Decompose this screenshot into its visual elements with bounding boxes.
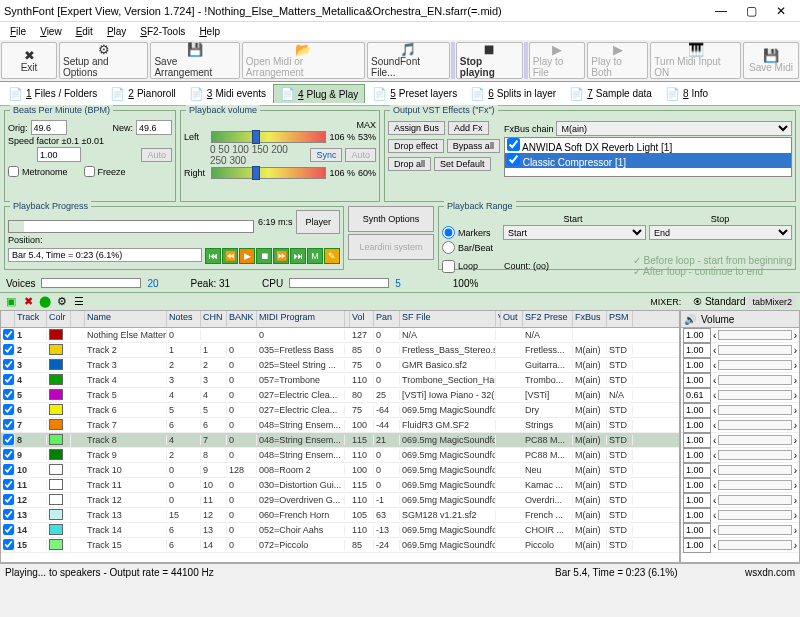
- leardini[interactable]: Leardini system: [348, 234, 434, 260]
- tb-exit[interactable]: ✖Exit: [1, 42, 57, 79]
- edit-icon[interactable]: ✎: [324, 248, 340, 264]
- tb-setup-and-options[interactable]: ⚙Setup and Options: [59, 42, 148, 79]
- table-row[interactable]: 12 Track 12 0 11 0 029=Overdriven G... 1…: [1, 493, 679, 508]
- fx-item[interactable]: Classic Compressor [1]: [505, 153, 791, 168]
- left-volume-slider[interactable]: [211, 131, 326, 143]
- fwd-icon[interactable]: ⏩: [273, 248, 289, 264]
- mix-slider[interactable]: [718, 525, 791, 535]
- table-row[interactable]: 8 Track 8 4 7 0 048=String Ensem... 115 …: [1, 433, 679, 448]
- markers-radio[interactable]: [442, 226, 455, 239]
- col-header[interactable]: Pan: [374, 311, 400, 327]
- bypass-all[interactable]: Bypass all: [447, 139, 500, 153]
- tab-pianoroll[interactable]: 📄2 Pianoroll: [104, 85, 181, 103]
- progress-bar[interactable]: [8, 220, 254, 233]
- drop-effect[interactable]: Drop effect: [388, 139, 444, 153]
- mix-value[interactable]: [683, 523, 711, 538]
- mix-value[interactable]: [683, 448, 711, 463]
- tb-soundfont-file-[interactable]: 🎵SoundFont File...: [367, 42, 450, 79]
- tb-stop-playing[interactable]: ⏹Stop playing: [456, 42, 523, 79]
- end-icon[interactable]: ⏭: [290, 248, 306, 264]
- table-row[interactable]: 6 Track 6 5 5 0 027=Electric Clea... 75 …: [1, 403, 679, 418]
- circle-icon[interactable]: ⬤: [38, 295, 52, 309]
- tab-splits-in-layer[interactable]: 📄6 Splits in layer: [464, 85, 562, 103]
- back-icon[interactable]: ⏪: [222, 248, 238, 264]
- rewind-icon[interactable]: ⏮: [205, 248, 221, 264]
- col-header[interactable]: Track: [15, 311, 47, 327]
- mix-value[interactable]: [683, 418, 711, 433]
- tab-preset-layers[interactable]: 📄5 Preset layers: [366, 85, 463, 103]
- table-row[interactable]: 10 Track 10 0 9 128 008=Room 2 100 0 069…: [1, 463, 679, 478]
- col-header[interactable]: Notes: [167, 311, 201, 327]
- table-row[interactable]: 13 Track 13 15 12 0 060=French Horn 105 …: [1, 508, 679, 523]
- metronome-check[interactable]: [8, 166, 19, 177]
- mix-value[interactable]: [683, 478, 711, 493]
- marker-icon[interactable]: M: [307, 248, 323, 264]
- mix-slider[interactable]: [718, 330, 791, 340]
- table-row[interactable]: 4 Track 4 3 3 0 057=Trombone 110 0 Tromb…: [1, 373, 679, 388]
- fx-item[interactable]: ANWIDA Soft DX Reverb Light [1]: [505, 138, 791, 153]
- mix-slider[interactable]: [718, 495, 791, 505]
- assign-bus[interactable]: Assign Bus: [388, 121, 445, 135]
- col-header[interactable]: BANK: [227, 311, 257, 327]
- menu-sf2-tools[interactable]: SF2-Tools: [134, 25, 191, 38]
- menu-view[interactable]: View: [34, 25, 68, 38]
- col-header[interactable]: Vol: [350, 311, 374, 327]
- play-icon[interactable]: ▶: [239, 248, 255, 264]
- mix-slider[interactable]: [718, 390, 791, 400]
- mix-slider[interactable]: [718, 480, 791, 490]
- bpm-auto[interactable]: Auto: [141, 148, 172, 162]
- table-row[interactable]: 14 Track 14 6 13 0 052=Choir Aahs 110 -1…: [1, 523, 679, 538]
- mix-slider[interactable]: [718, 345, 791, 355]
- add-fx[interactable]: Add Fx: [448, 121, 489, 135]
- mix-slider[interactable]: [718, 420, 791, 430]
- table-row[interactable]: 1 Nothing Else Matters - 0 0 127 0 N/A N…: [1, 328, 679, 343]
- drop-all[interactable]: Drop all: [388, 157, 431, 171]
- mix-slider[interactable]: [718, 435, 791, 445]
- tab-files-folders[interactable]: 📄1 Files / Folders: [2, 85, 103, 103]
- start-select[interactable]: Start: [503, 225, 646, 240]
- mix-value[interactable]: [683, 343, 711, 358]
- mix-slider[interactable]: [718, 375, 791, 385]
- mix-value[interactable]: [683, 403, 711, 418]
- fxbus-chain[interactable]: M(ain): [556, 121, 792, 136]
- mix-value[interactable]: [683, 388, 711, 403]
- vol-auto[interactable]: Auto: [345, 148, 376, 162]
- stop-icon[interactable]: ⏹: [256, 248, 272, 264]
- x-icon[interactable]: ✖: [21, 295, 35, 309]
- bpm-orig[interactable]: [31, 120, 67, 135]
- col-header[interactable]: CHN: [201, 311, 227, 327]
- col-header[interactable]: Name: [85, 311, 167, 327]
- mix-slider[interactable]: [718, 360, 791, 370]
- tab-sample-data[interactable]: 📄7 Sample data: [563, 85, 658, 103]
- mix-value[interactable]: [683, 538, 711, 553]
- menu-edit[interactable]: Edit: [70, 25, 99, 38]
- table-row[interactable]: 15 Track 15 6 14 0 072=Piccolo 85 -24 06…: [1, 538, 679, 553]
- mix-slider[interactable]: [718, 540, 791, 550]
- menu-play[interactable]: Play: [101, 25, 132, 38]
- bpm-new[interactable]: [136, 120, 172, 135]
- col-header[interactable]: Out: [501, 311, 523, 327]
- mix-value[interactable]: [683, 493, 711, 508]
- mix-slider[interactable]: [718, 450, 791, 460]
- mix-slider[interactable]: [718, 465, 791, 475]
- table-row[interactable]: 9 Track 9 2 8 0 048=String Ensem... 110 …: [1, 448, 679, 463]
- barbeat-radio[interactable]: [442, 241, 455, 254]
- tab-midi-events[interactable]: 📄3 Midi events: [183, 85, 272, 103]
- col-header[interactable]: SF File: [400, 311, 496, 327]
- mix-value[interactable]: [683, 373, 711, 388]
- mix-slider[interactable]: [718, 405, 791, 415]
- fx-list[interactable]: ANWIDA Soft DX Reverb Light [1] Classic …: [504, 137, 792, 177]
- loop-check[interactable]: [442, 260, 455, 273]
- table-row[interactable]: 2 Track 2 1 1 0 035=Fretless Bass 85 0 F…: [1, 343, 679, 358]
- mix-slider[interactable]: [718, 510, 791, 520]
- sync-button[interactable]: Sync: [310, 148, 342, 162]
- col-header[interactable]: SF2 Prese: [523, 311, 573, 327]
- end-select[interactable]: End: [649, 225, 792, 240]
- gear-icon[interactable]: ⚙: [55, 295, 69, 309]
- mix-value[interactable]: [683, 433, 711, 448]
- col-header[interactable]: FxBus: [573, 311, 607, 327]
- table-row[interactable]: 3 Track 3 2 2 0 025=Steel String ... 75 …: [1, 358, 679, 373]
- mix-value[interactable]: [683, 508, 711, 523]
- table-row[interactable]: 7 Track 7 6 6 0 048=String Ensem... 100 …: [1, 418, 679, 433]
- col-header[interactable]: [1, 311, 15, 327]
